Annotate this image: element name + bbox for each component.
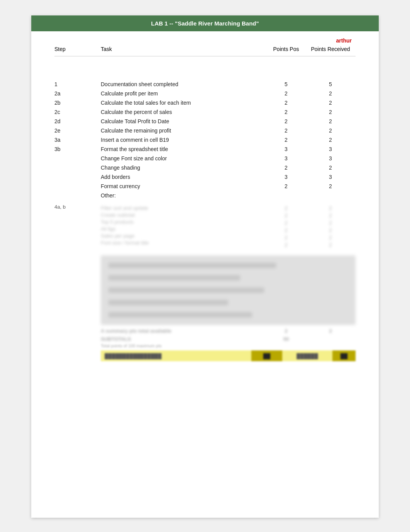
- table-row: 2b Calculate the total sales for each it…: [54, 98, 356, 107]
- pts-recv-cell: 2: [305, 100, 356, 106]
- page-title: LAB 1 -- "Saddle River Marching Band": [151, 20, 259, 27]
- page: LAB 1 -- "Saddle River Marching Band" ar…: [31, 15, 379, 518]
- section-4: 4a, b Filter sort and update Create subt…: [54, 202, 356, 361]
- step-cell: 2c: [54, 109, 101, 115]
- task-cell: Other:: [101, 192, 267, 199]
- table-row: 4a, b Filter sort and update Create subt…: [54, 202, 356, 251]
- table-body: 1 Documentation sheet completed 5 5 2a C…: [54, 80, 356, 361]
- step-cell: 1: [54, 81, 101, 87]
- pts-recv-cell: 5: [305, 81, 356, 87]
- step-cell: 4a, b: [54, 204, 101, 210]
- column-headers: Step Task Points Pos Points Received: [54, 44, 356, 56]
- spacer: [54, 60, 356, 80]
- pts-pos-cell: 3: [267, 146, 305, 152]
- yellow-total-row: ████████████████ ██ ██████ ██: [101, 350, 356, 361]
- blurred-total-row: SUBTOTALS 50: [101, 336, 356, 342]
- pts-recv-cell: 2: [305, 137, 356, 143]
- pts-pos-cell: 3: [267, 174, 305, 180]
- pts-pos-cell: 5: [267, 81, 305, 87]
- table-row: Change Font size and color 3 3: [54, 154, 356, 163]
- pts-pos-cell: 2: [267, 118, 305, 124]
- task-cell: Calculate the percent of sales: [101, 109, 267, 115]
- task-cell: Calculate the remaining profit: [101, 127, 267, 134]
- content-area: arthur Step Task Points Pos Points Recei…: [31, 31, 379, 377]
- pts-recv-cell: 2 2 2 2 2 2: [305, 204, 356, 249]
- task-cell: Format the spreadsheet title: [101, 146, 267, 152]
- pts-recv-cell: 2: [305, 165, 356, 171]
- table-row: 3b Format the spreadsheet title 3 3: [54, 144, 356, 154]
- task-cell: Calculate profit per item: [101, 90, 267, 97]
- pts-pos-cell: 2: [267, 137, 305, 143]
- pts-recv-cell: 3: [305, 146, 356, 152]
- col-header-points-pos: Points Pos: [267, 46, 305, 52]
- header-bar: LAB 1 -- "Saddle River Marching Band": [31, 15, 379, 31]
- table-row: 1 Documentation sheet completed 5 5: [54, 80, 356, 89]
- pts-recv-cell: 2: [305, 90, 356, 97]
- step-cell: 2b: [54, 100, 101, 106]
- task-cell: Format currency: [101, 183, 267, 189]
- col-header-step: Step: [54, 46, 101, 52]
- task-cell: Calculate the total sales for each item: [101, 100, 267, 106]
- table-row: Other:: [54, 191, 356, 200]
- table-row: Format currency 2 2: [54, 182, 356, 191]
- pts-pos-cell: 2: [267, 127, 305, 134]
- blurred-note: Total points of 100 maximum pts: [101, 343, 356, 348]
- task-cell: Documentation sheet completed: [101, 81, 267, 87]
- user-row: arthur: [54, 35, 356, 44]
- table-row: 2a Calculate profit per item 2 2: [54, 89, 356, 98]
- pts-pos-cell: 2: [267, 183, 305, 189]
- step-cell: 2e: [54, 127, 101, 134]
- blurred-summary-row: A summary pts total available 2 2: [101, 328, 356, 334]
- pts-pos-cell: 2: [267, 100, 305, 106]
- task-cell: Calculate Total Profit to Date: [101, 118, 267, 124]
- pts-recv-cell: 3: [305, 174, 356, 180]
- pts-pos-cell: 2: [267, 90, 305, 97]
- blurred-tasks: Filter sort and update Create subtotal T…: [101, 204, 267, 247]
- pts-pos-cell: 3: [267, 155, 305, 161]
- pts-recv-cell: 2: [305, 109, 356, 115]
- table-row: 3a Insert a comment in cell B19 2 2: [54, 135, 356, 144]
- table-row: 2d Calculate Total Profit to Date 2 2: [54, 117, 356, 126]
- blurred-content-area: [101, 255, 356, 325]
- task-cell: Insert a comment in cell B19: [101, 137, 267, 143]
- table-row: Change shading 2 2: [54, 163, 356, 172]
- step-cell: 3a: [54, 137, 101, 143]
- table-row: 2e Calculate the remaining profit 2 2: [54, 126, 356, 135]
- col-header-task: Task: [101, 46, 267, 52]
- task-cell: Add borders: [101, 174, 267, 180]
- table-row: Add borders 3 3: [54, 172, 356, 182]
- username: arthur: [336, 37, 352, 44]
- col-header-points-received: Points Received: [305, 46, 356, 52]
- task-cell: Change shading: [101, 165, 267, 171]
- task-cell: Change Font size and color: [101, 155, 267, 161]
- pts-pos-cell: 2 2 2 2 2 2: [267, 204, 305, 249]
- pts-recv-cell: 2: [305, 183, 356, 189]
- step-cell: 3b: [54, 146, 101, 152]
- step-cell: 2a: [54, 90, 101, 97]
- table-row: 2c Calculate the percent of sales 2 2: [54, 107, 356, 117]
- pts-recv-cell: 2: [305, 118, 356, 124]
- pts-recv-cell: 2: [305, 127, 356, 134]
- pts-pos-cell: 2: [267, 165, 305, 171]
- step-cell: 2d: [54, 118, 101, 124]
- pts-pos-cell: 2: [267, 109, 305, 115]
- pts-recv-cell: 3: [305, 155, 356, 161]
